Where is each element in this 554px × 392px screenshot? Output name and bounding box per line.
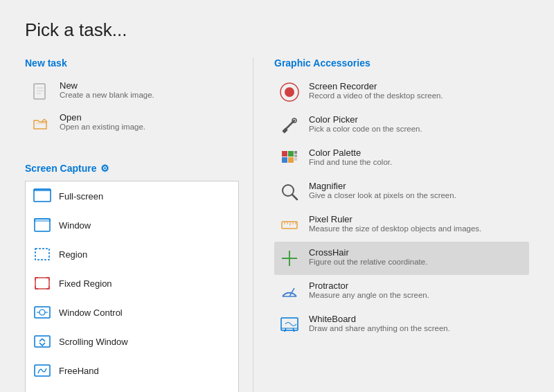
screen-recorder-desc: Record a video of the desktop screen.: [309, 91, 443, 100]
magnifier-desc: Give a closer look at pixels on the scre…: [309, 191, 456, 199]
window-control-icon: [33, 303, 52, 322]
svg-rect-11: [35, 278, 49, 289]
capture-item-region[interactable]: Region: [26, 240, 238, 269]
protractor-desc: Measure any angle on the screen.: [309, 291, 429, 299]
capture-fixed-region-label: Fixed Region: [59, 278, 112, 289]
graphic-accessories-title: Graphic Accessories: [274, 57, 529, 69]
capture-item-fixed-region[interactable]: Fixed Region: [26, 269, 238, 298]
color-picker-desc: Pick a color code on the screen.: [309, 125, 422, 133]
region-icon: [33, 244, 52, 264]
task-open-desc: Open an existing image.: [60, 123, 145, 131]
pixel-ruler-title: Pixel Ruler: [309, 214, 481, 224]
task-item-open[interactable]: Open Open an existing image.: [25, 107, 239, 139]
graphic-item-screen-recorder[interactable]: Screen Recorder Record a video of the de…: [274, 75, 529, 109]
capture-item-window-control[interactable]: Window Control: [26, 298, 238, 327]
capture-region-label: Region: [59, 249, 87, 260]
capture-list[interactable]: Full-screen Window: [26, 181, 238, 392]
two-col-layout: New task New Create a new blank image.: [25, 57, 529, 392]
graphic-item-whiteboard[interactable]: WhiteBoard Draw and share anything on th…: [274, 308, 529, 341]
svg-rect-7: [34, 189, 51, 191]
svg-line-44: [292, 195, 297, 199]
settings-icon[interactable]: ⚙: [100, 163, 109, 174]
svg-rect-42: [294, 158, 297, 161]
capture-item-repeat-last[interactable]: Repeat Last Capture: [26, 385, 238, 392]
svg-line-58: [285, 328, 286, 332]
graphic-item-pixel-ruler[interactable]: Pixel Ruler Measure the size of desktop …: [274, 208, 529, 242]
svg-line-26: [42, 339, 45, 341]
whiteboard-title: WhiteBoard: [309, 314, 450, 324]
color-picker-icon: [278, 114, 301, 136]
capture-list-wrapper: Full-screen Window: [25, 181, 239, 392]
protractor-title: Protractor: [309, 280, 429, 291]
new-task-section-title: New task: [25, 57, 239, 69]
task-open-title: Open: [60, 112, 145, 123]
screen-recorder-icon: [278, 81, 301, 103]
graphic-item-protractor[interactable]: Protractor Measure any angle on the scre…: [274, 275, 529, 308]
task-new-text: New Create a new blank image.: [60, 80, 154, 99]
fixed-region-icon: [33, 274, 52, 293]
svg-point-32: [285, 87, 294, 97]
capture-full-screen-label: Full-screen: [59, 191, 103, 202]
svg-rect-10: [35, 249, 49, 260]
page-container: Pick a task... New task New: [0, 0, 554, 392]
open-icon: [29, 112, 51, 134]
color-palette-icon: [278, 148, 301, 170]
svg-rect-45: [282, 222, 297, 229]
window-icon: [33, 215, 52, 235]
whiteboard-desc: Draw and share anything on the screen.: [309, 324, 450, 332]
left-column: New task New Create a new blank image.: [25, 57, 253, 392]
protractor-icon: [278, 280, 301, 303]
scrolling-window-icon: [33, 332, 52, 351]
svg-rect-9: [35, 219, 50, 221]
new-icon: [29, 80, 51, 103]
crosshair-icon: [278, 247, 301, 269]
pixel-ruler-icon: [278, 214, 301, 236]
magnifier-icon: [278, 181, 301, 203]
divider: [25, 146, 239, 156]
full-screen-icon: [33, 186, 52, 206]
capture-item-scrolling-window[interactable]: Scrolling Window: [26, 327, 238, 356]
svg-rect-36: [282, 151, 287, 157]
svg-line-25: [39, 339, 42, 341]
svg-rect-37: [288, 151, 294, 157]
svg-rect-40: [294, 151, 297, 154]
svg-point-21: [39, 310, 45, 315]
capture-window-label: Window: [59, 220, 91, 231]
screen-recorder-title: Screen Recorder: [309, 81, 443, 91]
color-palette-title: Color Palette: [309, 148, 392, 158]
graphic-item-color-palette[interactable]: Color Palette Find and tune the color.: [274, 142, 529, 175]
freehand-icon: [33, 361, 52, 380]
svg-rect-41: [294, 154, 297, 157]
task-new-desc: Create a new blank image.: [60, 91, 154, 99]
svg-line-59: [293, 328, 294, 332]
capture-item-freehand[interactable]: FreeHand: [26, 356, 238, 385]
task-item-new[interactable]: New Create a new blank image.: [25, 75, 239, 107]
page-title: Pick a task...: [25, 19, 529, 41]
right-column: Graphic Accessories Screen Recorder Reco…: [253, 57, 529, 392]
magnifier-title: Magnifier: [309, 181, 456, 191]
svg-rect-38: [282, 157, 287, 163]
task-new-title: New: [60, 80, 154, 91]
graphic-item-magnifier[interactable]: Magnifier Give a closer look at pixels o…: [274, 175, 529, 208]
svg-rect-0: [34, 84, 45, 99]
capture-freehand-label: FreeHand: [59, 366, 99, 376]
whiteboard-icon: [278, 314, 301, 336]
crosshair-desc: Figure out the relative coordinate.: [309, 258, 427, 266]
crosshair-title: CrossHair: [309, 247, 427, 258]
task-open-text: Open Open an existing image.: [60, 112, 145, 131]
capture-item-full-screen[interactable]: Full-screen: [26, 181, 238, 211]
pixel-ruler-desc: Measure the size of desktop objects and …: [309, 224, 481, 233]
color-palette-desc: Find and tune the color.: [309, 158, 392, 166]
capture-window-control-label: Window Control: [59, 308, 123, 318]
graphic-item-color-picker[interactable]: Color Picker Pick a color code on the sc…: [274, 109, 529, 142]
capture-scrolling-window-label: Scrolling Window: [59, 337, 128, 347]
screen-capture-section-title: Screen Capture ⚙: [25, 163, 239, 174]
svg-rect-39: [288, 157, 294, 163]
color-picker-title: Color Picker: [309, 114, 422, 125]
capture-item-window[interactable]: Window: [26, 211, 238, 240]
graphic-item-crosshair[interactable]: CrossHair Figure out the relative coordi…: [274, 242, 529, 275]
